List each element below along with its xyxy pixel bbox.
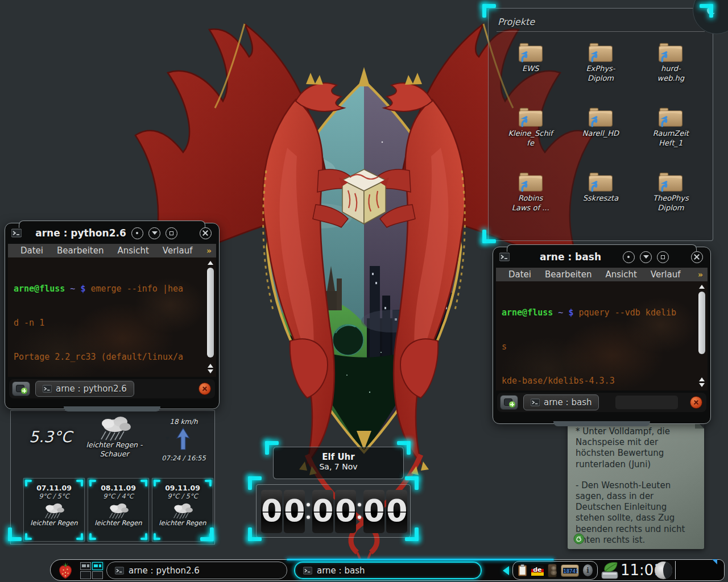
menu-bearbeiten[interactable]: Bearbeiten: [545, 269, 592, 280]
titlebar[interactable]: arne : bash: [496, 247, 708, 268]
system-tray: de 18741 i: [512, 561, 598, 580]
forecast-day[interactable]: 09.11.09 9°C / 5°C leichter Regen: [152, 478, 213, 542]
keyboard-layout-indicator[interactable]: de: [531, 566, 543, 576]
shade-button[interactable]: [640, 251, 652, 263]
rain-cloud-icon: [42, 501, 67, 519]
virtual-desktop-pager[interactable]: [80, 562, 103, 579]
folderview-title: Projekte: [498, 16, 535, 27]
notes-text[interactable]: * Unter Volldampf, die Nachspeise mit de…: [568, 419, 704, 552]
task-python[interactable]: arne : python2.6: [106, 562, 287, 579]
menubar: Datei Bearbeiten Ansicht Verlauf »: [8, 244, 216, 257]
tab-bash[interactable]: arne : bash: [523, 394, 599, 410]
flip-clock-widget[interactable]: 0 0 0 0 0 0: [256, 484, 411, 538]
folder-label: EWS: [495, 64, 565, 74]
sticky-button[interactable]: [131, 227, 143, 239]
menu-verlauf[interactable]: Verlauf: [163, 246, 193, 256]
flip-digit: 0: [335, 490, 356, 533]
new-tab-button[interactable]: [12, 381, 30, 396]
taskbar-panel[interactable]: arne : python2.6 arne : bash de 18741 i …: [50, 559, 725, 581]
window-title: arne : bash: [496, 251, 708, 263]
notes-settings-icon[interactable]: [573, 533, 585, 544]
menu-ansicht[interactable]: Ansicht: [605, 269, 636, 280]
scroll-down-icon[interactable]: [208, 369, 213, 373]
menu-verlauf[interactable]: Verlauf: [651, 269, 681, 280]
close-button[interactable]: [200, 227, 212, 239]
fuzzy-time: Elf Uhr: [274, 452, 403, 462]
titlebar[interactable]: arne : python2.6: [8, 223, 216, 244]
folder-icon: [657, 106, 684, 128]
folder-icon: [518, 171, 544, 193]
close-tab-button[interactable]: [198, 383, 211, 395]
desktop-2-cell[interactable]: [92, 562, 103, 570]
menu-ansicht[interactable]: Ansicht: [117, 246, 148, 256]
forecast-day[interactable]: 08.11.09 9°C / 4°C leichter Regen: [88, 478, 149, 542]
sticky-button[interactable]: [623, 251, 635, 263]
menu-datei[interactable]: Datei: [20, 246, 43, 256]
desktop-3-cell[interactable]: [80, 571, 91, 579]
rain-cloud-icon: [97, 413, 133, 442]
info-tray-icon[interactable]: i: [583, 564, 593, 576]
scroll-up-icon[interactable]: [699, 285, 705, 289]
task-bash[interactable]: arne : bash: [294, 562, 482, 579]
counter-lcd-icon[interactable]: 18741: [561, 564, 579, 577]
folder-item[interactable]: Robins Laws of ...: [495, 167, 565, 231]
terminal-output[interactable]: arne@fluss ~ $ pquery --vdb kdelib s kde…: [496, 281, 708, 390]
folder-label: Sskreszta: [565, 194, 635, 203]
app-launcher-strawberry-icon[interactable]: [56, 562, 75, 580]
window-konsole-bash[interactable]: arne : bash Datei Bearbeiten Ansicht Ver…: [493, 247, 711, 424]
close-tab-button[interactable]: [690, 396, 702, 409]
tab-python[interactable]: arne : python2.6: [35, 381, 134, 397]
scroll-up-icon[interactable]: [699, 377, 705, 381]
window-konsole-python[interactable]: arne : python2.6 Datei Bearbeiten Ansich…: [5, 223, 220, 409]
folderview-projekte[interactable]: Projekte EWS ExPhys-Diplom hurd-web.hg K…: [488, 8, 713, 241]
rain-cloud-icon: [106, 501, 131, 519]
scrollbar[interactable]: [206, 260, 214, 375]
terminal-line: arne@fluss ~ $ emerge --info |hea: [14, 283, 205, 294]
folder-icon: [518, 41, 544, 63]
empty-tab-slot[interactable]: [615, 396, 678, 409]
desktop-1-cell[interactable]: [80, 562, 91, 570]
terminal-line: d -n 1: [14, 317, 205, 329]
terminal-output[interactable]: arne@fluss ~ $ emerge --info |hea d -n 1…: [8, 257, 216, 377]
device-notifier-leaf-icon[interactable]: [600, 562, 619, 580]
scrollbar-thumb[interactable]: [698, 292, 705, 354]
clipboard-icon[interactable]: [518, 563, 527, 579]
maximize-button[interactable]: [657, 251, 669, 263]
menu-datei[interactable]: Datei: [508, 269, 531, 280]
shade-button[interactable]: [148, 227, 160, 239]
scrollbar-thumb[interactable]: [207, 268, 214, 357]
folder-item[interactable]: hurd-web.hg: [636, 37, 706, 102]
folder-item[interactable]: TheoPhys Diplom: [636, 167, 706, 231]
folder-item[interactable]: EWS: [495, 37, 565, 102]
menu-overflow-icon[interactable]: »: [698, 270, 703, 279]
flip-digit: 0: [284, 490, 305, 533]
close-button[interactable]: [691, 251, 703, 263]
folder-label: ExPhys-Diplom: [581, 64, 620, 84]
folder-item[interactable]: RaumZeit Heft_1: [636, 102, 706, 167]
scroll-up-icon[interactable]: [208, 261, 213, 265]
desktop[interactable]: Projekte EWS ExPhys-Diplom hurd-web.hg K…: [0, 0, 728, 582]
desktop-4-cell[interactable]: [92, 571, 103, 579]
flip-digit: 0: [363, 490, 384, 533]
scroll-up-icon[interactable]: [208, 364, 213, 368]
moon-phase-icon[interactable]: [655, 562, 672, 579]
tray-expander-icon[interactable]: [503, 566, 509, 575]
folder-item[interactable]: Kleine_Schiffe: [495, 102, 565, 167]
weather-widget[interactable]: 5.3°C leichter Regen - Schauer 18 km/h ▼…: [10, 410, 215, 544]
forecast-day[interactable]: 07.11.09 9°C / 5°C leichter Regen: [23, 478, 85, 542]
media-player-tray-icon[interactable]: [548, 564, 557, 577]
fuzzy-clock-widget[interactable]: Elf Uhr Sa, 7 Nov: [273, 447, 404, 479]
terminal-icon: [43, 385, 52, 393]
scroll-down-icon[interactable]: [699, 383, 705, 387]
notes-widget[interactable]: * Unter Volldampf, die Nachspeise mit de…: [568, 419, 704, 549]
menu-overflow-icon[interactable]: »: [206, 246, 212, 255]
forecast-date: 08.11.09: [88, 484, 148, 492]
folder-item[interactable]: Sskreszta: [565, 167, 635, 231]
menu-bearbeiten[interactable]: Bearbeiten: [57, 246, 104, 256]
maximize-button[interactable]: [166, 227, 177, 239]
scrollbar[interactable]: [698, 284, 706, 388]
folder-label: RaumZeit Heft_1: [645, 129, 696, 148]
folder-item[interactable]: ExPhys-Diplom: [565, 37, 635, 102]
new-tab-button[interactable]: [500, 395, 518, 410]
folder-item[interactable]: Narell_HD: [565, 102, 635, 167]
